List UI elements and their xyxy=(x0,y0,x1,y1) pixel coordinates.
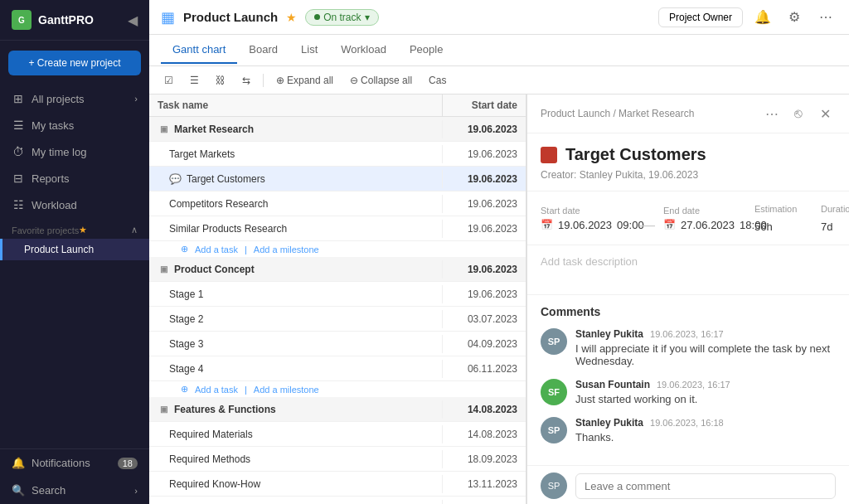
comment-input-row: SP xyxy=(527,465,849,504)
task-row-stage-2[interactable]: Stage 2 03.07.2023 xyxy=(149,307,526,332)
task-row-required-materials[interactable]: Required Materials 14.08.2023 xyxy=(149,422,526,447)
task-label: Required Materials xyxy=(169,429,253,440)
comment-input[interactable] xyxy=(575,473,836,499)
duration-value[interactable]: 7d xyxy=(821,220,849,233)
add-milestone-link[interactable]: Add a milestone xyxy=(254,245,319,254)
start-date[interactable]: 19.06.2023 xyxy=(558,219,612,231)
sidebar-item-my-tasks[interactable]: ☰ My tasks xyxy=(0,112,149,138)
estimation-label: Estimation xyxy=(754,204,821,214)
expand-icon[interactable]: ▣ xyxy=(158,264,169,275)
favorite-projects-section: Favorite projects ★ ∧ xyxy=(0,218,149,239)
comment-meta-3: Stanley Pukita 19.06.2023, 16:18 xyxy=(575,417,836,429)
sidebar-logo-text: GanttPRO xyxy=(38,13,94,27)
expand-icon[interactable]: ▣ xyxy=(158,404,169,415)
tab-list[interactable]: List xyxy=(289,36,329,64)
task-row-stage-1[interactable]: Stage 1 19.06.2023 xyxy=(149,282,526,307)
sidebar-item-search[interactable]: 🔍 Search › xyxy=(0,477,149,504)
comment-author-1: Stanley Pukita xyxy=(575,328,643,340)
chevron-right-icon: › xyxy=(134,486,138,496)
sidebar: G GanttPRO ◀ + Create new project ⊞ All … xyxy=(0,0,149,504)
group-row-market-research[interactable]: ▣ Market Research 19.06.2023 xyxy=(149,117,526,142)
end-date-label: End date xyxy=(663,206,754,216)
start-date-group: Start date 📅 19.06.2023 09:00 xyxy=(541,206,632,231)
sidebar-item-notifications[interactable]: 🔔 Notifications 18 xyxy=(0,449,149,477)
close-button[interactable]: ✕ xyxy=(814,103,836,124)
task-description[interactable]: Add task description xyxy=(527,245,849,295)
sidebar-collapse-button[interactable]: ◀ xyxy=(128,12,138,28)
add-task-link[interactable]: Add a task xyxy=(195,245,238,254)
task-label: Stage 4 xyxy=(169,363,203,375)
task-label: Stage 1 xyxy=(169,288,203,300)
sidebar-item-all-projects[interactable]: ⊞ All projects › xyxy=(0,85,149,112)
task-cell: 💬 Target Customers xyxy=(149,170,443,188)
start-date-header: Start date xyxy=(443,94,526,116)
task-date-cell: 04.09.2023 xyxy=(443,335,526,353)
task-row-required-know-how[interactable]: Required Know-How 13.11.2023 xyxy=(149,472,526,497)
star-icon: ★ xyxy=(79,225,87,235)
task-row-competitors-research[interactable]: Competitors Research 19.06.2023 xyxy=(149,191,526,216)
task-cell: Required Team xyxy=(149,500,443,505)
favorite-star-icon[interactable]: ★ xyxy=(286,11,297,24)
task-row-similar-products[interactable]: Similar Products Research 19.06.2023 xyxy=(149,216,526,241)
start-date-value: 📅 19.06.2023 09:00 xyxy=(541,219,632,231)
tab-workload[interactable]: Workload xyxy=(329,36,398,64)
task-date-cell: 18.09.2023 xyxy=(443,450,526,468)
sidebar-project-product-launch[interactable]: Product Launch xyxy=(0,239,149,260)
tab-board[interactable]: Board xyxy=(237,36,289,64)
project-title: Product Launch xyxy=(183,10,278,24)
share-button[interactable]: ⎋ xyxy=(788,103,809,124)
group-label: Market Research xyxy=(174,124,254,135)
indent-toolbar-btn[interactable]: ⇆ xyxy=(235,72,257,89)
group-row-features-functions[interactable]: ▣ Features & Functions 14.08.2023 xyxy=(149,397,526,422)
group-date-cell: 14.08.2023 xyxy=(443,400,526,419)
list-toolbar-btn[interactable]: ☰ xyxy=(183,72,206,89)
end-date[interactable]: 27.06.2023 xyxy=(681,219,735,231)
add-task-link[interactable]: Add a task xyxy=(195,385,238,395)
expand-icon[interactable]: ▣ xyxy=(158,124,169,135)
task-row-stage-3[interactable]: Stage 3 04.09.2023 xyxy=(149,332,526,356)
checkbox-toolbar-btn[interactable]: ☑ xyxy=(158,72,180,89)
task-row-required-team[interactable]: Required Team 15.01.2024 xyxy=(149,497,526,504)
sidebar-item-reports[interactable]: ⊟ Reports xyxy=(0,165,149,191)
task-row-stage-4[interactable]: Stage 4 06.11.2023 xyxy=(149,356,526,381)
sidebar-bottom: 🔔 Notifications 18 🔍 Search › xyxy=(0,448,149,504)
task-row-target-customers[interactable]: 💬 Target Customers 19.06.2023 xyxy=(149,167,526,191)
create-new-project-button[interactable]: + Create new project xyxy=(8,51,141,75)
add-task-row-market-research[interactable]: ⊕ Add a task | Add a milestone xyxy=(149,241,526,257)
comment-item-2: SF Susan Fountain 19.06.2023, 16:17 Just… xyxy=(541,379,836,405)
sidebar-item-label: My time log xyxy=(32,146,86,158)
link-toolbar-btn[interactable]: ⛓ xyxy=(209,72,232,89)
collapse-all-button[interactable]: ⊖ Collapse all xyxy=(343,72,419,89)
project-owner-button[interactable]: Project Owner xyxy=(658,7,743,27)
group-row-product-concept[interactable]: ▣ Product Concept 19.06.2023 xyxy=(149,257,526,282)
sidebar-item-my-time-log[interactable]: ⏱ My time log xyxy=(0,138,149,165)
expand-icon: ⊕ xyxy=(276,75,284,86)
more-options-icon[interactable]: ⋯ xyxy=(814,6,837,29)
comment-text-2: Just started working on it. xyxy=(575,393,836,405)
comments-section: Comments SP Stanley Pukita 19.06.2023, 1… xyxy=(527,295,849,465)
task-row-target-markets[interactable]: Target Markets 19.06.2023 xyxy=(149,142,526,167)
estimation-value[interactable]: 56h xyxy=(754,220,821,233)
project-label: Product Launch xyxy=(24,244,94,255)
sidebar-item-label: All projects xyxy=(32,93,85,105)
tab-gantt-chart[interactable]: Gantt chart xyxy=(161,36,237,64)
bell-icon: 🔔 xyxy=(12,457,25,469)
project-status-badge[interactable]: On track ▾ xyxy=(305,9,378,26)
settings-icon[interactable]: ⚙ xyxy=(783,6,806,29)
more-options-button[interactable]: ⋯ xyxy=(761,103,783,124)
favorite-collapse-icon[interactable]: ∧ xyxy=(131,225,138,235)
tab-people[interactable]: People xyxy=(398,36,454,64)
group-date-cell: 19.06.2023 xyxy=(443,120,526,138)
report-icon: ⊟ xyxy=(12,172,25,185)
clock-icon: ⏱ xyxy=(12,145,25,158)
notifications-topbar-icon[interactable]: 🔔 xyxy=(751,6,774,29)
duration-label: Duration xyxy=(821,204,849,214)
task-row-required-methods[interactable]: Required Methods 18.09.2023 xyxy=(149,447,526,472)
case-toolbar-btn[interactable]: Cas xyxy=(422,72,453,89)
add-milestone-link[interactable]: Add a milestone xyxy=(254,385,319,395)
expand-all-button[interactable]: ⊕ Expand all xyxy=(269,72,340,89)
ganttpro-logo-icon: G xyxy=(12,10,32,30)
detail-panel: Product Launch / Market Research ⋯ ⎋ ✕ T… xyxy=(526,94,849,504)
sidebar-item-workload[interactable]: ☷ Workload xyxy=(0,191,149,218)
add-task-row-product-concept[interactable]: ⊕ Add a task | Add a milestone xyxy=(149,381,526,397)
